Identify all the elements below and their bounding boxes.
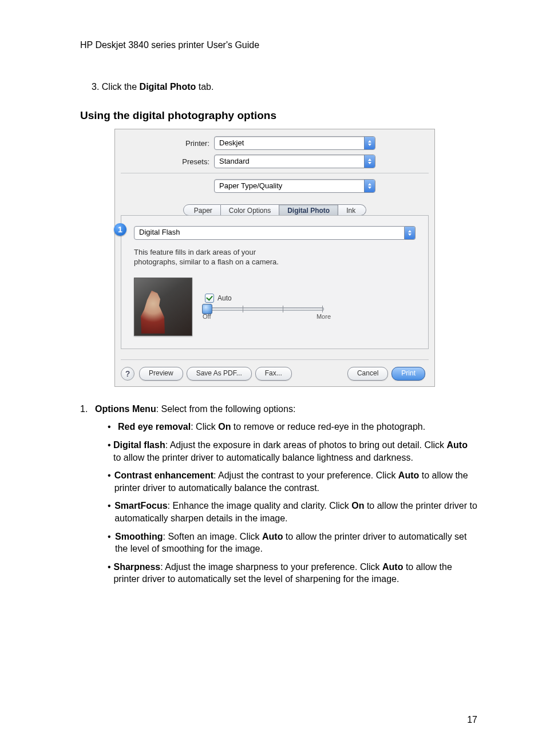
options-explanation: 1. Options Menu: Select from the followi…: [80, 403, 477, 585]
dropdown-icon: [405, 227, 415, 239]
bullet-icon: •: [108, 500, 114, 524]
presets-select[interactable]: Standard: [214, 155, 375, 168]
tab-paper[interactable]: Paper: [183, 204, 221, 216]
dropdown-icon: [364, 155, 375, 168]
option-description: This feature fills in dark areas of your…: [134, 248, 416, 267]
separator: [121, 173, 429, 173]
page-number: 17: [467, 715, 477, 725]
item-title: Smoothing: [115, 532, 163, 541]
option-name: Digital Flash: [134, 226, 405, 240]
list-lead-rest: : Select from the following options:: [156, 404, 296, 414]
option-select[interactable]: [405, 226, 416, 240]
list-item: • Sharpness: Adjust the image sharpness …: [108, 561, 477, 585]
presets-label: Presets:: [121, 157, 214, 166]
fax-button[interactable]: Fax...: [255, 367, 292, 381]
bullet-icon: •: [108, 561, 113, 585]
printer-select[interactable]: Deskjet: [214, 136, 375, 150]
dropdown-icon: [364, 137, 375, 149]
print-dialog: Printer: Deskjet Presets: Standard Paper…: [114, 129, 435, 387]
list-item: • Digital flash: Adjust the exposure in …: [108, 439, 477, 464]
item-title: Red eye removal: [118, 422, 191, 432]
item-title: Sharpness: [113, 562, 160, 572]
preview-button[interactable]: Preview: [139, 367, 183, 381]
cancel-button[interactable]: Cancel: [347, 367, 388, 381]
list-item: • Red eye removal: Click On to remove or…: [108, 421, 477, 433]
printer-label: Printer:: [121, 139, 214, 148]
bullet-icon: •: [108, 469, 114, 494]
panel-value: Paper Type/Quality: [215, 180, 364, 192]
item-title: Contrast enhancement: [114, 470, 213, 480]
desc-line-1: This feature fills in dark areas of your: [134, 248, 256, 256]
tab-color-options[interactable]: Color Options: [221, 204, 279, 216]
callout-1: 1: [114, 223, 126, 236]
bullet-icon: •: [108, 439, 113, 464]
preview-thumbnail: [134, 278, 192, 336]
list-item: • Smoothing: Soften an image. Click Auto…: [108, 531, 477, 555]
running-header: HP Deskjet 3840 series printer User's Gu…: [80, 40, 477, 50]
auto-label: Auto: [217, 294, 232, 302]
tab-ink[interactable]: Ink: [338, 204, 366, 216]
list-lead-bold: Options Menu: [95, 404, 156, 414]
presets-value: Standard: [215, 155, 364, 168]
print-button[interactable]: Print: [391, 367, 425, 381]
bullet-icon: •: [108, 531, 115, 555]
tabs: Paper Color Options Digital Photo Ink: [121, 204, 429, 216]
list-item: • SmartFocus: Enhance the image quality …: [108, 500, 477, 524]
step-suffix: tab.: [196, 82, 213, 92]
section-title: Using the digital photography options: [80, 109, 477, 122]
step-3: 3. Click the Digital Photo tab.: [92, 82, 477, 92]
item-title: SmartFocus: [114, 501, 167, 510]
digital-photo-pane: 1 Digital Flash This feature fills in da…: [121, 215, 429, 349]
list-number: 1.: [80, 403, 95, 415]
list-item: • Contrast enhancement: Adjust the contr…: [108, 469, 477, 494]
save-as-pdf-button[interactable]: Save As PDF...: [187, 367, 252, 381]
bullet-icon: •: [108, 421, 118, 433]
printer-value: Deskjet: [215, 137, 364, 149]
intensity-slider[interactable]: [203, 307, 331, 311]
item-title: Digital flash: [113, 440, 165, 450]
step-prefix: 3. Click the: [92, 82, 140, 92]
separator: [121, 359, 429, 360]
slider-knob[interactable]: [202, 304, 212, 314]
tab-digital-photo[interactable]: Digital Photo: [279, 204, 338, 216]
dropdown-icon: [364, 180, 375, 192]
slider-max-label: More: [316, 313, 331, 320]
desc-line-2: photographs, similar to a flash on a cam…: [134, 258, 279, 266]
step-bold: Digital Photo: [140, 82, 196, 92]
help-button[interactable]: ?: [121, 367, 134, 381]
panel-select[interactable]: Paper Type/Quality: [214, 179, 375, 193]
auto-checkbox[interactable]: [205, 294, 214, 303]
